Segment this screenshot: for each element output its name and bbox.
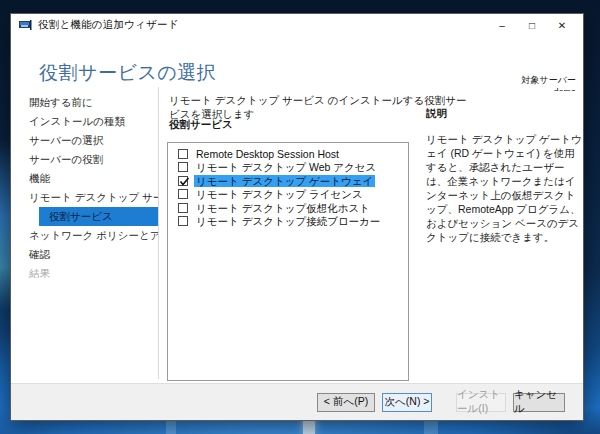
sidebar-item-results: 結果 <box>11 264 158 283</box>
sidebar-item-features[interactable]: 機能 <box>11 169 158 188</box>
role-services-label: 役割サービス <box>169 118 233 132</box>
sidebar-item-installation-type[interactable]: インストールの種類 <box>11 112 158 131</box>
sidebar-item-before-you-begin[interactable]: 開始する前に <box>11 93 158 112</box>
checkbox-unchecked[interactable] <box>178 203 188 213</box>
sidebar-item-server-selection[interactable]: サーバーの選択 <box>11 131 158 150</box>
page-title: 役割サービスの選択 <box>39 60 216 86</box>
list-item[interactable]: Remote Desktop Session Host <box>168 147 408 161</box>
wizard-steps-sidebar: 開始する前に インストールの種類 サーバーの選択 サーバーの役割 機能 リモート… <box>11 93 158 283</box>
sidebar-item-role-services-selected[interactable]: 役割サービス <box>39 207 158 226</box>
checkbox-unchecked[interactable] <box>178 189 188 199</box>
checkbox-unchecked[interactable] <box>178 216 188 226</box>
sidebar-item-server-roles[interactable]: サーバーの役割 <box>11 150 158 169</box>
role-service-label[interactable]: リモート デスクトップ ライセンス <box>194 188 365 200</box>
checkbox-checked-icon[interactable] <box>178 176 188 186</box>
cancel-button[interactable]: キャンセル <box>513 393 565 412</box>
next-button[interactable]: 次へ(N) > <box>382 393 432 412</box>
sidebar-item-network-policy-access[interactable]: ネットワーク ポリシーとアクセ... <box>11 226 158 245</box>
role-service-label[interactable]: リモート デスクトップ Web アクセス <box>194 161 378 173</box>
wizard-content: 開始する前に インストールの種類 サーバーの選択 サーバーの役割 機能 リモート… <box>11 91 583 385</box>
description-title: 説明 <box>426 107 582 121</box>
checkbox-unchecked[interactable] <box>178 149 188 159</box>
wizard-footer: < 前へ(P) 次へ(N) > インストール(I) キャンセル <box>11 383 583 420</box>
sidebar-item-remote-desktop-services[interactable]: リモート デスクトップ サービス <box>11 188 158 207</box>
previous-button[interactable]: < 前へ(P) <box>317 393 375 412</box>
sidebar-item-confirmation[interactable]: 確認 <box>11 245 158 264</box>
list-item[interactable]: リモート デスクトップ Web アクセス <box>168 161 408 175</box>
list-item[interactable]: リモート デスクトップ ライセンス <box>168 188 408 202</box>
description-text: リモート デスクトップ ゲートウェイ (RD ゲートウェイ) を使用すると、承認… <box>426 132 582 244</box>
desktop-background: 役割と機能の追加ウィザード – □ ✕ 役割サービスの選択 対象サーバー dom… <box>0 0 600 434</box>
title-bar[interactable]: 役割と機能の追加ウィザード – □ ✕ <box>11 14 583 36</box>
wizard-header: 役割サービスの選択 対象サーバー doma <box>11 36 583 91</box>
window-title: 役割と機能の追加ウィザード <box>38 18 179 32</box>
sidebar-divider <box>158 87 159 379</box>
list-item[interactable]: リモート デスクトップ ゲートウェイ <box>168 174 408 188</box>
list-item[interactable]: リモート デスクトップ仮想化ホスト <box>168 201 408 215</box>
maximize-icon[interactable]: □ <box>517 14 547 36</box>
role-services-listbox[interactable]: Remote Desktop Session Host リモート デスクトップ … <box>167 142 409 381</box>
role-service-label-selected[interactable]: リモート デスクトップ ゲートウェイ <box>194 175 375 187</box>
install-button: インストール(I) <box>456 393 506 412</box>
list-item[interactable]: リモート デスクトップ接続ブローカー <box>168 215 408 229</box>
close-icon[interactable]: ✕ <box>547 14 577 36</box>
description-panel: 説明 リモート デスクトップ ゲートウェイ (RD ゲートウェイ) を使用すると… <box>426 107 582 244</box>
wallpaper-light-beam <box>0 140 10 310</box>
role-service-label[interactable]: リモート デスクトップ接続ブローカー <box>194 215 382 227</box>
role-service-label[interactable]: Remote Desktop Session Host <box>194 148 341 160</box>
role-service-label[interactable]: リモート デスクトップ仮想化ホスト <box>194 202 372 214</box>
minimize-icon[interactable]: – <box>487 14 517 36</box>
checkbox-unchecked[interactable] <box>178 162 188 172</box>
target-server-label: 対象サーバー <box>522 74 576 86</box>
wizard-window: 役割と機能の追加ウィザード – □ ✕ 役割サービスの選択 対象サーバー dom… <box>10 13 584 421</box>
server-manager-icon <box>19 19 32 31</box>
